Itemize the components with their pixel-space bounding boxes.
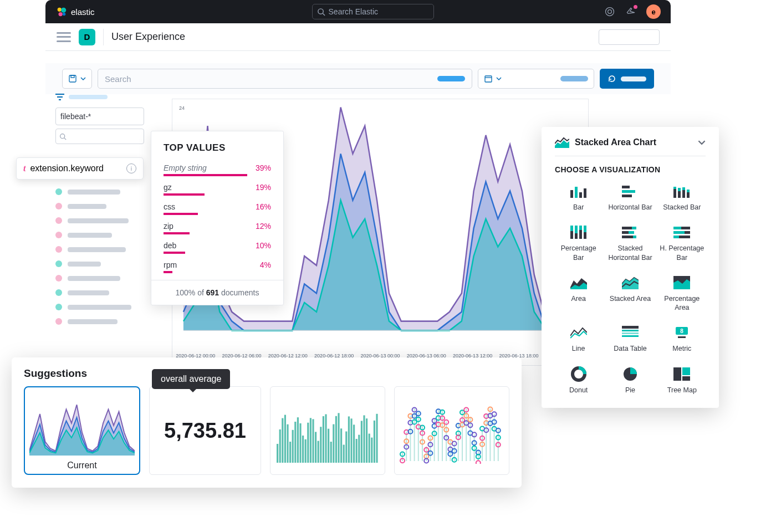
top-value-row: deb10% <box>164 241 271 254</box>
field-search-input[interactable] <box>55 129 144 144</box>
field-item[interactable] <box>55 232 166 238</box>
vis-option-h-percentage-bar[interactable]: H. Percentage Bar <box>658 225 706 262</box>
vis-option-line[interactable]: Line <box>555 325 602 353</box>
svg-rect-86 <box>333 424 334 463</box>
svg-rect-78 <box>312 419 314 463</box>
global-header: elastic Search Elastic e <box>45 0 671 23</box>
svg-rect-88 <box>338 413 339 463</box>
svg-rect-29 <box>687 192 690 198</box>
vis-option-horizontal-bar[interactable]: Horizontal Bar <box>606 184 654 212</box>
mini-bar-chart <box>275 397 380 464</box>
vis-option-stacked-area[interactable]: Stacked Area <box>606 275 654 313</box>
current-vis-label[interactable]: Stacked Area Chart <box>575 137 692 147</box>
suggestions-title: Suggestions <box>24 367 509 380</box>
svg-rect-42 <box>629 231 634 234</box>
field-item[interactable] <box>55 188 166 195</box>
chevron-down-icon[interactable] <box>698 139 706 146</box>
page-title: User Experience <box>111 31 185 43</box>
field-item[interactable] <box>55 260 166 267</box>
svg-rect-48 <box>673 231 685 234</box>
header-placeholder-input[interactable] <box>599 29 660 45</box>
svg-rect-53 <box>622 330 639 331</box>
skeleton-text <box>68 233 112 238</box>
vis-option-metric[interactable]: 8Metric <box>658 325 706 353</box>
top-value-row: css16% <box>164 202 271 215</box>
field-type-dot <box>55 318 62 325</box>
svg-rect-94 <box>353 424 355 463</box>
svg-point-7 <box>608 10 612 14</box>
svg-rect-9 <box>71 75 74 78</box>
svg-rect-44 <box>633 236 636 238</box>
svg-rect-58 <box>678 336 686 338</box>
field-item[interactable] <box>55 275 166 282</box>
calendar-icon <box>484 74 493 83</box>
svg-rect-39 <box>622 227 632 229</box>
filter-icon[interactable] <box>55 93 64 101</box>
svg-rect-27 <box>682 190 685 198</box>
field-item[interactable] <box>55 318 166 325</box>
index-pattern-select[interactable]: filebeat-* <box>55 108 144 125</box>
skeleton-text <box>69 95 108 99</box>
field-popover[interactable]: t extension.keyword i <box>16 157 144 180</box>
suggestion-scatter[interactable] <box>394 386 509 475</box>
field-item[interactable] <box>55 289 166 296</box>
svg-rect-20 <box>622 186 630 188</box>
svg-rect-89 <box>340 428 342 463</box>
kql-search-input[interactable]: Search <box>98 69 472 89</box>
svg-rect-38 <box>584 226 586 232</box>
kql-badge <box>437 76 465 81</box>
top-values-panel: TOP VALUES Empty string39%gz19%css16%zip… <box>151 131 284 305</box>
field-item[interactable] <box>55 203 166 209</box>
mini-scatter-chart <box>399 397 504 464</box>
vis-option-pie[interactable]: Pie <box>606 367 654 395</box>
svg-point-183 <box>476 461 481 464</box>
top-value-row: gz19% <box>164 183 271 196</box>
svg-rect-96 <box>358 435 360 463</box>
chevron-down-icon <box>496 76 502 81</box>
tooltip: overall average <box>152 369 230 389</box>
search-icon <box>317 8 325 16</box>
app-header: D User Experience <box>45 23 671 51</box>
vis-option-tree-map[interactable]: Tree Map <box>658 367 706 395</box>
elastic-logo-icon <box>55 6 68 18</box>
chevron-down-icon <box>80 76 86 81</box>
suggestion-current[interactable]: Current <box>24 386 140 475</box>
svg-rect-99 <box>366 418 367 463</box>
info-icon[interactable]: i <box>126 163 136 173</box>
svg-point-2 <box>59 12 63 16</box>
field-item[interactable] <box>55 217 166 224</box>
suggestion-metric[interactable]: overall average 5,735.81 <box>149 386 261 475</box>
vis-option-bar[interactable]: Bar <box>555 184 602 212</box>
brand-logo[interactable]: elastic <box>55 6 95 18</box>
svg-rect-32 <box>570 226 573 231</box>
skeleton-text <box>68 218 129 223</box>
field-item[interactable] <box>55 304 166 310</box>
svg-rect-54 <box>622 332 639 334</box>
svg-rect-91 <box>345 431 347 463</box>
global-search-input[interactable]: Search Elastic <box>312 4 434 19</box>
user-avatar[interactable]: e <box>646 4 661 19</box>
nav-toggle-icon[interactable] <box>57 32 71 42</box>
svg-rect-65 <box>279 429 281 463</box>
deployment-badge[interactable]: D <box>79 29 95 45</box>
svg-rect-83 <box>325 414 326 463</box>
vis-option-stacked-bar[interactable]: Stacked Bar <box>658 184 706 212</box>
field-item[interactable] <box>55 246 166 253</box>
svg-rect-66 <box>282 418 283 463</box>
suggestion-bar[interactable] <box>270 386 385 475</box>
vis-option-donut[interactable]: Donut <box>555 367 602 395</box>
refresh-button[interactable] <box>600 69 654 89</box>
news-icon[interactable] <box>625 6 636 17</box>
saved-query-button[interactable] <box>62 69 92 89</box>
help-icon[interactable] <box>604 6 615 17</box>
svg-rect-82 <box>323 416 324 463</box>
vis-option-percentage-area[interactable]: Percentage Area <box>658 275 706 313</box>
vis-option-data-table[interactable]: Data Table <box>606 325 654 353</box>
vis-option-stacked-horizontal-bar[interactable]: Stacked Horizontal Bar <box>606 225 654 262</box>
vis-option-area[interactable]: Area <box>555 275 602 313</box>
svg-rect-55 <box>622 335 639 337</box>
field-type-dot <box>55 304 62 310</box>
vis-option-percentage-bar[interactable]: Percentage Bar <box>555 225 602 262</box>
svg-rect-16 <box>570 190 573 198</box>
date-picker-button[interactable] <box>478 69 594 89</box>
